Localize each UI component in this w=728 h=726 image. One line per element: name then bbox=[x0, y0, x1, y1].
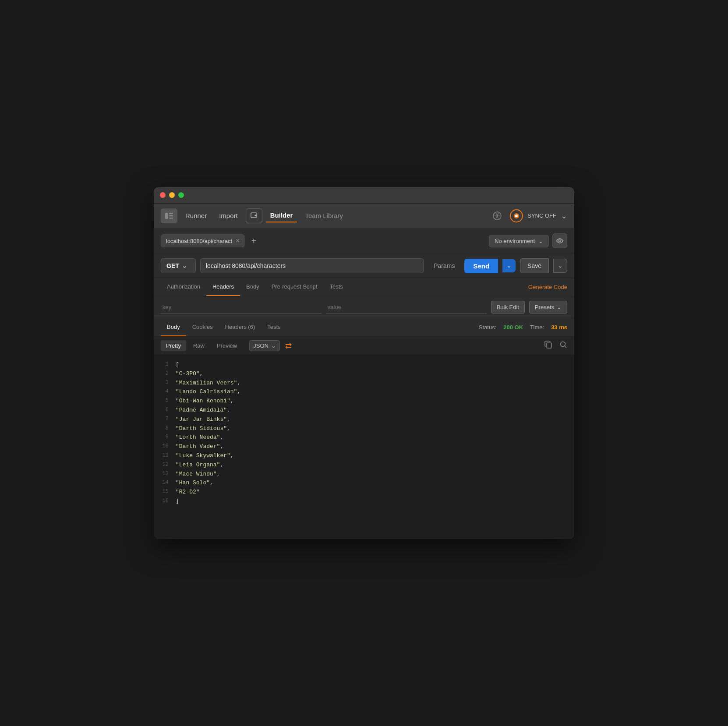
code-line: 11 "Luke Skywalker", bbox=[154, 451, 574, 461]
tab-body[interactable]: Body bbox=[240, 278, 265, 296]
presets-arrow: ⌄ bbox=[557, 304, 562, 310]
new-tab-button[interactable] bbox=[246, 208, 262, 223]
code-line: 9 "Lorth Needa", bbox=[154, 433, 574, 442]
nav-dropdown-arrow[interactable]: ⌄ bbox=[561, 211, 567, 221]
line-number: 9 bbox=[154, 433, 176, 442]
search-icon[interactable] bbox=[559, 341, 567, 351]
line-number: 12 bbox=[154, 461, 176, 470]
code-line: 2 "C-3PO", bbox=[154, 370, 574, 379]
line-number: 16 bbox=[154, 497, 176, 506]
response-tab-body[interactable]: Body bbox=[161, 318, 186, 336]
code-line: 6 "Padme Amidala", bbox=[154, 406, 574, 415]
response-tab-tests[interactable]: Tests bbox=[261, 318, 286, 336]
line-content: "Padme Amidala", bbox=[176, 406, 230, 415]
viewer-tab-pretty[interactable]: Pretty bbox=[161, 340, 186, 351]
tab-pre-request-script[interactable]: Pre-request Script bbox=[265, 278, 324, 296]
line-number: 5 bbox=[154, 397, 176, 406]
top-nav: Runner Import Builder Team Library bbox=[154, 204, 574, 228]
code-line: 5 "Obi-Wan Kenobi", bbox=[154, 397, 574, 406]
import-tab[interactable]: Import bbox=[215, 209, 242, 222]
kv-editor: Bulk Edit Presets ⌄ bbox=[154, 296, 574, 318]
time-value: 33 ms bbox=[551, 324, 567, 331]
minimize-button[interactable] bbox=[169, 192, 175, 198]
active-tab-pill[interactable]: localhost:8080/api/charact × bbox=[161, 234, 245, 247]
team-library-tab[interactable]: Team Library bbox=[300, 209, 347, 222]
method-selector[interactable]: GET ⌄ bbox=[161, 258, 196, 273]
builder-tab[interactable]: Builder bbox=[266, 209, 297, 222]
viewer-tabs: Pretty Raw Preview JSON ⌄ ⇄ bbox=[154, 337, 574, 355]
viewer-tab-raw[interactable]: Raw bbox=[188, 340, 210, 351]
params-button[interactable]: Params bbox=[428, 259, 460, 273]
tab-close-icon[interactable]: × bbox=[236, 237, 240, 245]
response-tab-cookies[interactable]: Cookies bbox=[186, 318, 219, 336]
bulk-edit-button[interactable]: Bulk Edit bbox=[491, 301, 525, 314]
line-content: "Maximilian Veers", bbox=[176, 379, 240, 388]
line-content: "Han Solo", bbox=[176, 479, 213, 488]
svg-point-10 bbox=[515, 215, 518, 217]
line-number: 10 bbox=[154, 442, 176, 451]
code-line: 15 "R2-D2" bbox=[154, 488, 574, 497]
maximize-button[interactable] bbox=[178, 192, 184, 198]
status-info: Status: 200 OK Time: 33 ms bbox=[479, 324, 567, 331]
url-bar-area: localhost:8080/api/charact × + No enviro… bbox=[154, 228, 574, 254]
copy-icon[interactable] bbox=[544, 341, 552, 351]
viewer-actions bbox=[544, 341, 567, 351]
tab-tests[interactable]: Tests bbox=[323, 278, 349, 296]
env-eye-button[interactable] bbox=[552, 233, 567, 248]
satellite-icon-button[interactable] bbox=[489, 208, 505, 223]
line-content: [ bbox=[176, 360, 179, 370]
line-number: 7 bbox=[154, 415, 176, 424]
line-number: 1 bbox=[154, 360, 176, 370]
line-content: ] bbox=[176, 497, 179, 506]
header-key-input[interactable] bbox=[161, 301, 322, 314]
line-content: "C-3PO", bbox=[176, 370, 203, 379]
svg-rect-2 bbox=[169, 215, 173, 216]
line-number: 3 bbox=[154, 379, 176, 388]
sync-button[interactable]: SYNC OFF bbox=[527, 212, 556, 219]
status-label: Status: bbox=[479, 324, 496, 331]
time-label: Time: bbox=[530, 324, 544, 331]
env-selector: No environment ⌄ bbox=[489, 233, 567, 248]
environment-dropdown[interactable]: No environment ⌄ bbox=[489, 235, 549, 247]
traffic-lights bbox=[160, 192, 184, 198]
line-number: 2 bbox=[154, 370, 176, 379]
line-content: "Lando Calrissian", bbox=[176, 388, 240, 397]
request-bar: GET ⌄ Params Send ⌄ Save ⌄ bbox=[154, 254, 574, 278]
url-input[interactable] bbox=[200, 258, 424, 273]
close-button[interactable] bbox=[160, 192, 166, 198]
line-number: 6 bbox=[154, 406, 176, 415]
generate-code-button[interactable]: Generate Code bbox=[528, 284, 567, 290]
wrap-icon[interactable]: ⇄ bbox=[285, 341, 292, 351]
code-line: 16] bbox=[154, 497, 574, 506]
code-line: 14 "Han Solo", bbox=[154, 479, 574, 488]
send-button[interactable]: Send bbox=[464, 259, 498, 273]
code-line: 4 "Lando Calrissian", bbox=[154, 388, 574, 397]
line-content: "Luke Skywalker", bbox=[176, 451, 234, 461]
line-number: 4 bbox=[154, 388, 176, 397]
sidebar-toggle-button[interactable] bbox=[161, 208, 177, 223]
tab-headers[interactable]: Headers bbox=[206, 278, 240, 296]
code-line: 13 "Mace Windu", bbox=[154, 470, 574, 479]
format-selector[interactable]: JSON ⌄ bbox=[249, 340, 280, 351]
new-request-tab-button[interactable]: + bbox=[249, 236, 258, 246]
line-number: 8 bbox=[154, 424, 176, 433]
send-dropdown-button[interactable]: ⌄ bbox=[502, 259, 516, 272]
presets-button[interactable]: Presets ⌄ bbox=[529, 301, 567, 314]
code-line: 8 "Darth Sidious", bbox=[154, 424, 574, 433]
save-dropdown-button[interactable]: ⌄ bbox=[553, 259, 567, 273]
status-value: 200 OK bbox=[503, 324, 523, 331]
request-option-tabs: Authorization Headers Body Pre-request S… bbox=[154, 278, 574, 296]
svg-rect-0 bbox=[165, 213, 168, 219]
line-content: "Obi-Wan Kenobi", bbox=[176, 397, 234, 406]
line-content: "Darth Sidious", bbox=[176, 424, 230, 433]
viewer-tab-preview[interactable]: Preview bbox=[212, 340, 242, 351]
runner-tab[interactable]: Runner bbox=[181, 209, 211, 222]
header-value-input[interactable] bbox=[326, 301, 487, 314]
titlebar bbox=[154, 187, 574, 204]
tab-authorization[interactable]: Authorization bbox=[161, 278, 206, 296]
line-content: "Lorth Needa", bbox=[176, 433, 223, 442]
response-tab-headers[interactable]: Headers (6) bbox=[219, 318, 262, 336]
response-tabs: Body Cookies Headers (6) Tests Status: 2… bbox=[154, 318, 574, 337]
save-button[interactable]: Save bbox=[520, 258, 549, 273]
sync-area: SYNC OFF ⌄ bbox=[489, 208, 567, 223]
